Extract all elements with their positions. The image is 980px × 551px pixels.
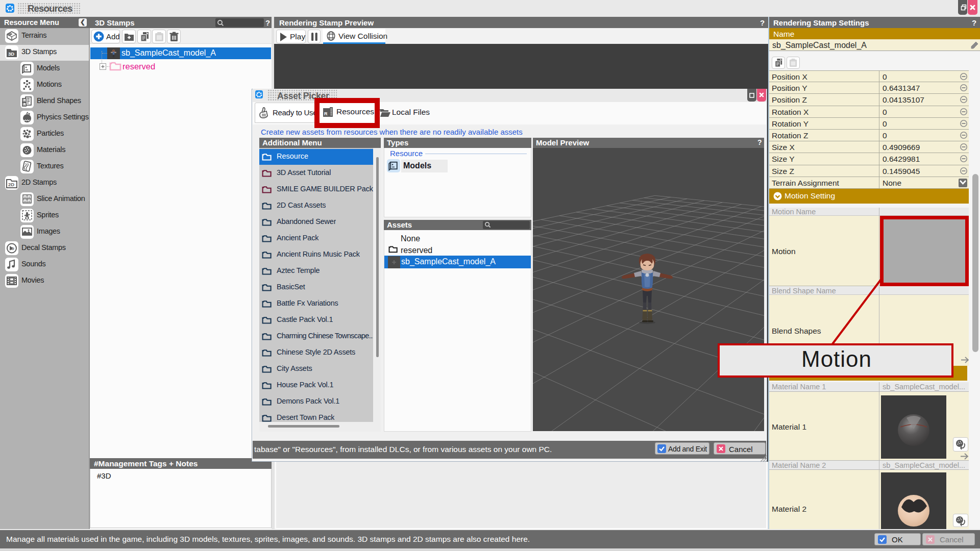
svg-text:2D: 2D xyxy=(8,182,14,187)
svg-text:D: D xyxy=(11,246,14,251)
svg-text:3D: 3D xyxy=(8,51,14,57)
